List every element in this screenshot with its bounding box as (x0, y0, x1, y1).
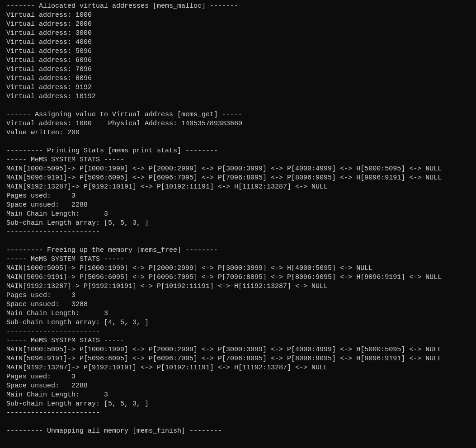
main-chain-length: Main Chain Length: 3 (6, 310, 108, 317)
divider: ----------------------- (6, 409, 100, 417)
terminal-output: ------- Allocated virtual addresses [mem… (0, 0, 476, 439)
stats-title: ----- MeMS SYSTEM STATS ----- (6, 255, 124, 263)
alloc-line: Virtual address: 4000 (6, 38, 92, 46)
assign-header: ------ Assigning value to Virtual addres… (6, 111, 242, 118)
stats-title: ----- MeMS SYSTEM STATS ----- (6, 156, 124, 164)
sub-chain-array: Sub-chain Length array: [5, 5, 3, ] (6, 400, 149, 408)
chain-line: MAIN[9192:13287]-> P[9192:10191] <-> P[1… (6, 183, 328, 191)
divider: ----------------------- (6, 328, 100, 335)
stats-header: --------- Printing Stats [mems_print_sta… (6, 147, 218, 155)
pages-used: Pages used: 3 (6, 192, 75, 200)
divider: ----------------------- (6, 228, 100, 236)
main-chain-length: Main Chain Length: 3 (6, 391, 108, 399)
sub-chain-array: Sub-chain Length array: [5, 5, 3, ] (6, 219, 149, 227)
alloc-line: Virtual address: 10192 (6, 93, 96, 100)
pages-used: Pages used: 3 (6, 292, 75, 299)
assign-line: Virtual address: 1000 Physical Address: … (6, 120, 242, 127)
chain-line: MAIN[9192:13287]-> P[9192:10191] <-> P[1… (6, 364, 328, 372)
stats-title: ----- MeMS SYSTEM STATS ----- (6, 337, 124, 344)
alloc-line: Virtual address: 5096 (6, 47, 92, 55)
value-written-line: Value written: 200 (6, 129, 80, 137)
space-unused: Space unsued: 3288 (6, 301, 88, 308)
alloc-line: Virtual address: 3000 (6, 29, 92, 37)
chain-line: MAIN[9192:13287]-> P[9192:10191] <-> P[1… (6, 283, 328, 290)
unmap-header: --------- Unmapping all memory [mems_fin… (6, 427, 222, 435)
sub-chain-array: Sub-chain Length array: [4, 5, 3, ] (6, 319, 149, 326)
alloc-line: Virtual address: 7096 (6, 66, 92, 73)
alloc-line: Virtual address: 2000 (6, 20, 92, 28)
space-unused: Space unsued: 2288 (6, 382, 88, 390)
alloc-header: ------- Allocated virtual addresses [mem… (6, 2, 238, 10)
pages-used: Pages used: 3 (6, 373, 75, 381)
main-chain-length: Main Chain Length: 3 (6, 210, 108, 218)
alloc-line: Virtual address: 9192 (6, 84, 92, 91)
chain-line: MAIN[1000:5095]-> P[1000:1999] <-> P[200… (6, 346, 442, 354)
chain-line: MAIN[5096:9191]-> P[5096:6095] <-> P[609… (6, 174, 442, 182)
space-unused: Space unsued: 2288 (6, 201, 88, 209)
free-header: --------- Freeing up the memory [mems_fr… (6, 246, 218, 254)
chain-line: MAIN[5096:9191]-> P[5096:6095] <-> P[609… (6, 274, 442, 281)
alloc-line: Virtual address: 8096 (6, 75, 92, 82)
chain-line: MAIN[1000:5095]-> P[1000:1999] <-> P[200… (6, 165, 442, 173)
alloc-line: Virtual address: 1000 (6, 11, 92, 19)
chain-line: MAIN[1000:5095]-> P[1000:1999] <-> P[200… (6, 264, 372, 272)
chain-line: MAIN[5096:9191]-> P[5096:6095] <-> P[609… (6, 355, 442, 363)
alloc-line: Virtual address: 6096 (6, 57, 92, 64)
